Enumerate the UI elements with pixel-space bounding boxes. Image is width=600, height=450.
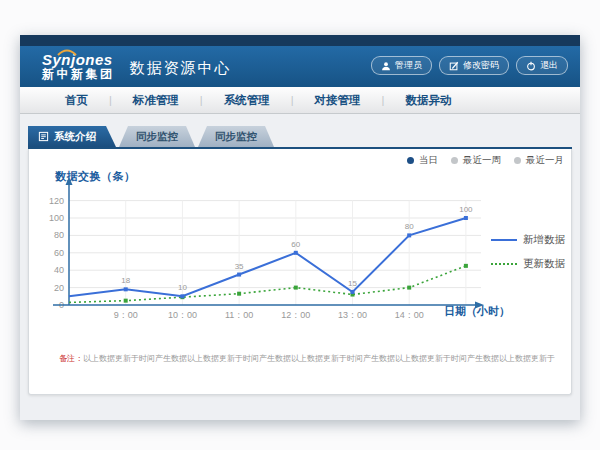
logo-subtext: 新中新集团 — [42, 68, 115, 81]
change-password-label: 修改密码 — [463, 59, 499, 72]
tab-sync-monitor-1[interactable]: 同步监控 — [119, 126, 195, 147]
nav-item-interface-mgmt[interactable]: 对接管理 — [294, 93, 382, 108]
nav-item-standard-mgmt[interactable]: 标准管理 — [112, 93, 200, 108]
svg-text:9：00: 9：00 — [114, 310, 138, 320]
svg-text:10: 10 — [178, 283, 187, 292]
logo-swoosh-icon — [56, 48, 78, 56]
svg-text:12：00: 12：00 — [281, 310, 310, 320]
nav-item-system-mgmt[interactable]: 系统管理 — [203, 93, 291, 108]
admin-user-label: 管理员 — [395, 59, 422, 72]
svg-text:100: 100 — [459, 205, 473, 214]
legend-label: 更新数据 — [523, 257, 565, 271]
svg-text:80: 80 — [405, 222, 414, 231]
green-dotted-sample-icon — [491, 263, 517, 265]
svg-text:14：00: 14：00 — [395, 310, 424, 320]
time-range-filter: 当日 最近一周 最近一月 — [407, 154, 564, 167]
radio-last-week[interactable]: 最近一周 — [451, 154, 501, 167]
document-icon — [38, 131, 49, 142]
blue-line-sample-icon — [491, 239, 517, 241]
footnote-prefix: 备注： — [59, 354, 83, 363]
tab-sync-monitor-2[interactable]: 同步监控 — [198, 126, 274, 147]
radio-label: 最近一月 — [526, 154, 564, 167]
legend-item-new-data: 新增数据 — [491, 233, 565, 247]
chart-legend: 新增数据 更新数据 — [491, 233, 565, 281]
tab-system-intro[interactable]: 系统介绍 — [28, 126, 116, 147]
svg-text:100: 100 — [49, 213, 64, 223]
tab-bar: 系统介绍 同步监控 同步监控 — [28, 126, 277, 147]
main-nav: 首页| 标准管理| 系统管理| 对接管理| 数据异动 — [20, 87, 580, 114]
nav-item-data-change[interactable]: 数据异动 — [384, 93, 472, 108]
edit-icon — [449, 61, 459, 71]
radio-label: 最近一周 — [463, 154, 501, 167]
svg-text:18: 18 — [121, 276, 130, 285]
chart-panel: 当日 最近一周 最近一月 数据交换（条） 0204060801001209：00… — [28, 149, 572, 395]
nav-item-home[interactable]: 首页 — [44, 93, 109, 108]
svg-text:35: 35 — [235, 262, 244, 271]
logo-text: Synjones — [42, 52, 115, 68]
logout-label: 退出 — [540, 59, 558, 72]
user-icon — [381, 61, 391, 71]
svg-text:10：00: 10：00 — [168, 310, 197, 320]
app-header: Synjones 新中新集团 数据资源中心 管理员 修改密码 退出 — [20, 46, 580, 87]
app-window: Synjones 新中新集团 数据资源中心 管理员 修改密码 退出 首页| 标准… — [20, 35, 580, 420]
admin-user-button[interactable]: 管理员 — [371, 56, 432, 75]
footnote-text: 以上数据更新于时间产生数据以上数据更新于时间产生数据以上数据更新于时间产生数据以… — [83, 354, 555, 363]
top-strip — [20, 35, 580, 46]
header-actions: 管理员 修改密码 退出 — [371, 56, 568, 75]
footnote: 备注：以上数据更新于时间产生数据以上数据更新于时间产生数据以上数据更新于时间产生… — [59, 353, 555, 364]
page-title: 数据资源中心 — [130, 59, 232, 78]
radio-today[interactable]: 当日 — [407, 154, 438, 167]
x-axis-title: 日期（小时） — [444, 304, 510, 319]
legend-label: 新增数据 — [523, 233, 565, 247]
tab-label: 同步监控 — [136, 130, 178, 144]
line-chart: 0204060801001209：0010：0011：0012：0013：001… — [41, 168, 491, 320]
change-password-button[interactable]: 修改密码 — [439, 56, 509, 75]
svg-text:60: 60 — [54, 248, 64, 258]
tab-label: 系统介绍 — [54, 130, 96, 144]
radio-dot — [451, 157, 458, 164]
radio-label: 当日 — [419, 154, 438, 167]
svg-text:60: 60 — [291, 240, 300, 249]
svg-text:120: 120 — [49, 196, 64, 206]
svg-text:15: 15 — [348, 279, 357, 288]
svg-text:11：00: 11：00 — [225, 310, 253, 320]
svg-text:13：00: 13：00 — [338, 310, 367, 320]
svg-text:80: 80 — [54, 230, 64, 240]
radio-last-month[interactable]: 最近一月 — [514, 154, 564, 167]
svg-text:20: 20 — [54, 283, 64, 293]
brand-logo[interactable]: Synjones 新中新集团 — [42, 52, 115, 80]
legend-item-updated-data: 更新数据 — [491, 257, 565, 271]
tab-label: 同步监控 — [215, 130, 257, 144]
radio-dot — [514, 157, 521, 164]
logout-button[interactable]: 退出 — [516, 56, 568, 75]
radio-selected-dot — [407, 157, 414, 164]
content-area: 系统介绍 同步监控 同步监控 当日 最近一周 — [20, 114, 580, 420]
svg-text:40: 40 — [54, 265, 64, 275]
power-icon — [526, 61, 536, 71]
